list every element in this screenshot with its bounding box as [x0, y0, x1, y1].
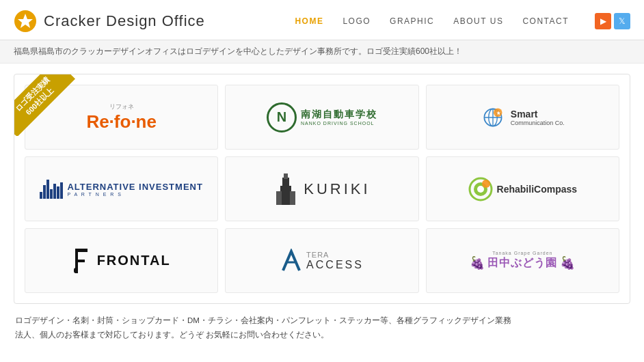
- badge-text: ロゴ受注実績 600社以上: [14, 74, 75, 136]
- cracker-logo-icon: [14, 10, 37, 33]
- main-content: ロゴ受注実績 600社以上 リフォネ Re·fo·ne N 南湖自動車学校: [0, 64, 644, 352]
- svg-point-15: [477, 186, 484, 193]
- logo-grid: リフォネ Re·fo·ne N 南湖自動車学校 NANKO DRIVING SC…: [25, 85, 619, 293]
- rss-icon[interactable]: ▶: [595, 13, 611, 29]
- svg-rect-20: [74, 268, 78, 273]
- footer-line1: ロゴデザイン・名刺・封筒・ショップカード・DM・チラシ・会社案内・パンフレット・…: [15, 314, 629, 328]
- main-nav: HOME LOGO GRAPHIC ABOUT US CONTACT ▶ 𝕏: [295, 13, 630, 29]
- refone-sub: リフォネ: [109, 102, 134, 111]
- twitter-icon[interactable]: 𝕏: [614, 13, 630, 29]
- nav-contact[interactable]: CONTACT: [522, 16, 569, 26]
- tera-symbol-icon: [280, 249, 302, 273]
- logo-cell-frontal: FRONTAL: [25, 228, 218, 293]
- aip-text-sub: P A R T N E R S: [67, 192, 202, 197]
- smart-name: Smart: [511, 109, 565, 120]
- svg-rect-9: [282, 178, 289, 187]
- nav-graphic[interactable]: GRAPHIC: [390, 16, 434, 26]
- logo-cell-rehabili: RehabiliCompass: [426, 156, 619, 221]
- nav-home[interactable]: HOME: [295, 16, 323, 26]
- social-icons: ▶ 𝕏: [595, 13, 630, 29]
- aip-bars: [40, 180, 63, 199]
- nanko-circle: N: [267, 102, 297, 133]
- svg-point-16: [482, 180, 490, 188]
- tanaka-grape-right: 🍇: [560, 255, 575, 270]
- tera-label: TERA: [306, 251, 364, 259]
- smart-sub: Communication Co.: [511, 120, 565, 126]
- logo-cell-aip: ALTERNATIVE INVESTMENT P A R T N E R S: [25, 156, 218, 221]
- logo-cell-tanaka: Tanaka Grape Garden 🍇 田中ぶどう園 🍇: [426, 228, 619, 293]
- tanaka-garden-label: Tanaka Grape Garden: [492, 251, 552, 255]
- svg-rect-18: [75, 249, 88, 252]
- svg-rect-10: [284, 173, 288, 179]
- svg-text:★: ★: [496, 110, 500, 116]
- svg-rect-12: [290, 191, 295, 205]
- kuriki-text: KURIKI: [304, 180, 370, 198]
- badge: ロゴ受注実績 600社以上: [14, 74, 76, 136]
- frontal-f-icon: [72, 247, 93, 275]
- subtitle-text: 福島県福島市のクラッカーデザインオフィスはロゴデザインを中心としたデザイン事務所…: [14, 46, 462, 56]
- svg-rect-19: [75, 260, 85, 262]
- nav-about[interactable]: ABOUT US: [453, 16, 503, 26]
- brand-name: Cracker Design Office: [44, 12, 205, 30]
- header: Cracker Design Office HOME LOGO GRAPHIC …: [0, 0, 644, 40]
- smart-globe-icon: ★: [481, 105, 505, 130]
- rehabili-icon: [468, 177, 493, 201]
- tanaka-grape-left: 🍇: [470, 255, 485, 270]
- aip-text-main: ALTERNATIVE INVESTMENT: [67, 182, 202, 192]
- tanaka-text: 田中ぶどう園: [487, 256, 557, 270]
- subtitle-bar: 福島県福島市のクラッカーデザインオフィスはロゴデザインを中心としたデザイン事務所…: [0, 40, 644, 64]
- logo-cell-smart: ★ Smart Communication Co.: [426, 85, 619, 150]
- svg-rect-8: [280, 186, 291, 205]
- frontal-text: FRONTAL: [97, 253, 171, 268]
- tera-text: ACCESS: [306, 259, 364, 270]
- logo-cell-nanko: N 南湖自動車学校 NANKO DRIVING SCHOOL: [225, 85, 418, 150]
- nav-logo[interactable]: LOGO: [343, 16, 371, 26]
- logo-grid-wrapper: ロゴ受注実績 600社以上 リフォネ Re·fo·ne N 南湖自動車学校: [14, 74, 630, 304]
- logo-cell-tera: TERA ACCESS: [225, 228, 418, 293]
- nanko-en: NANKO DRIVING SCHOOL: [301, 121, 375, 126]
- nanko-kanji: 南湖自動車学校: [301, 109, 377, 121]
- svg-rect-11: [276, 191, 282, 205]
- kuriki-building-icon: [273, 172, 298, 206]
- brand-logo: Cracker Design Office: [14, 10, 205, 33]
- logo-cell-kuriki: KURIKI: [225, 156, 418, 221]
- footer-line2: 法人、個人のお客様まで対応しております。どうぞ お気軽にお問い合わせください。: [15, 328, 629, 342]
- refone-text: Re·fo·ne: [86, 111, 157, 133]
- rehabili-text: RehabiliCompass: [497, 184, 577, 195]
- footer-text: ロゴデザイン・名刺・封筒・ショップカード・DM・チラシ・会社案内・パンフレット・…: [14, 314, 630, 342]
